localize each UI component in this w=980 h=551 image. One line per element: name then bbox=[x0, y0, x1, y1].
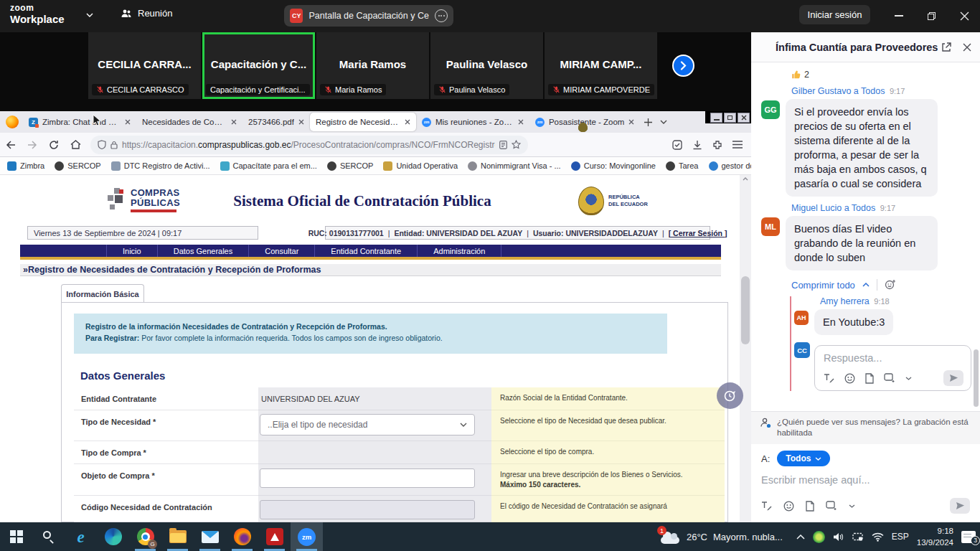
emoji-icon[interactable] bbox=[844, 373, 855, 384]
acrobat-icon[interactable] bbox=[258, 522, 291, 551]
shield-icon[interactable] bbox=[98, 140, 106, 149]
firefox-icon[interactable] bbox=[6, 116, 19, 128]
browser-restore-button[interactable] bbox=[724, 113, 736, 123]
send-to-selector[interactable]: Todos bbox=[777, 451, 830, 466]
forward-icon[interactable] bbox=[22, 135, 43, 155]
chevron-up-icon[interactable] bbox=[862, 283, 870, 287]
firefox-taskbar-icon[interactable] bbox=[226, 522, 258, 551]
file-explorer-icon[interactable] bbox=[161, 522, 194, 551]
signin-button[interactable]: Iniciar sesión bbox=[799, 5, 870, 24]
lock-icon[interactable] bbox=[110, 141, 118, 149]
emoji-icon[interactable] bbox=[783, 501, 794, 512]
logout-link[interactable]: [ Cerrar Sesión ] bbox=[669, 229, 727, 237]
close-tab-icon[interactable] bbox=[628, 119, 634, 125]
mail-icon[interactable] bbox=[194, 522, 226, 551]
bookmark-sercop[interactable]: SERCOP bbox=[55, 161, 100, 171]
menu-item-inicio[interactable]: Inicio bbox=[106, 245, 157, 257]
bookmark-sercop-2[interactable]: SERCOP bbox=[327, 161, 373, 171]
menu-item-administracion[interactable]: Administración bbox=[417, 245, 501, 257]
keyboard-language[interactable]: ESP bbox=[892, 532, 909, 542]
edge-icon[interactable] bbox=[97, 522, 129, 551]
close-tab-icon[interactable] bbox=[125, 119, 131, 125]
restore-button[interactable] bbox=[924, 9, 938, 23]
main-composer[interactable] bbox=[751, 469, 980, 486]
collapse-link[interactable]: Comprimir todo bbox=[791, 280, 855, 291]
extensions-icon[interactable] bbox=[712, 140, 722, 150]
bookmark-unidad-operativa[interactable]: Unidad Operativa bbox=[383, 161, 458, 171]
minimize-button[interactable] bbox=[892, 9, 906, 23]
tab-registro-active[interactable]: Registro de Necesidades bbox=[310, 113, 416, 131]
close-button[interactable] bbox=[957, 9, 971, 23]
send-reply-button[interactable] bbox=[943, 370, 963, 386]
antivirus-tray-icon[interactable] bbox=[813, 531, 825, 543]
chrome-icon[interactable]: G bbox=[129, 522, 161, 551]
tab-necesidades[interactable]: Necesidades de Contrata bbox=[136, 113, 242, 131]
objeto-compra-input[interactable] bbox=[260, 468, 475, 488]
video-tile[interactable]: Paulina Velasco Paulina Velasco bbox=[430, 32, 543, 99]
close-tab-icon[interactable] bbox=[518, 119, 524, 125]
bookmark-star-icon[interactable] bbox=[512, 140, 521, 149]
tray-expand-icon[interactable] bbox=[796, 534, 805, 540]
video-tile-active-speaker[interactable]: Capacitación y C... Capacitación y Certi… bbox=[202, 32, 315, 99]
close-tab-icon[interactable] bbox=[405, 119, 410, 125]
new-tab-button[interactable] bbox=[640, 114, 656, 130]
volume-icon[interactable] bbox=[833, 532, 844, 542]
message-bubble[interactable]: Buenos días El video grabando de la reun… bbox=[786, 216, 938, 270]
tipo-necesidad-select[interactable]: ..Elija el tipo de necesidad bbox=[260, 414, 475, 435]
downloads-icon[interactable] bbox=[692, 140, 702, 150]
browser-close-button[interactable] bbox=[738, 113, 750, 123]
home-icon[interactable] bbox=[65, 135, 86, 155]
close-tab-icon[interactable] bbox=[298, 119, 304, 125]
floating-timer-widget[interactable] bbox=[717, 382, 743, 409]
video-tile[interactable]: Maria Ramos Maria Ramos bbox=[316, 32, 429, 99]
reaction-chip[interactable]: 2 bbox=[791, 70, 971, 80]
file-icon[interactable] bbox=[806, 501, 814, 512]
bookmark-tarea[interactable]: Tarea bbox=[666, 161, 699, 171]
screenshot-icon[interactable] bbox=[884, 373, 895, 383]
start-button[interactable] bbox=[0, 522, 32, 551]
taskbar-clock[interactable]: 9:18 13/9/2024 bbox=[917, 525, 953, 548]
tab-meeting[interactable]: Reunión bbox=[121, 8, 172, 19]
reload-icon[interactable] bbox=[43, 135, 65, 155]
cast-icon[interactable] bbox=[852, 532, 864, 542]
screenshot-icon[interactable] bbox=[826, 501, 837, 511]
tab-list-button[interactable] bbox=[656, 114, 672, 130]
format-icon[interactable] bbox=[761, 501, 772, 511]
internet-explorer-icon[interactable]: e bbox=[65, 522, 97, 551]
sender-name[interactable]: Gilber Gustavo bbox=[791, 86, 851, 96]
reader-view-icon[interactable] bbox=[499, 141, 507, 149]
bookmark-movingonline[interactable]: Curso: Movingonline bbox=[571, 161, 656, 171]
action-center-icon[interactable]: 3 bbox=[961, 531, 976, 543]
menu-hamburger-icon[interactable] bbox=[732, 141, 743, 149]
next-participants-button[interactable] bbox=[672, 55, 694, 77]
browser-minimize-button[interactable] bbox=[710, 113, 722, 123]
close-tab-icon[interactable] bbox=[231, 119, 237, 125]
sender-name[interactable]: Amy herrera bbox=[820, 296, 870, 306]
send-message-button[interactable] bbox=[950, 498, 970, 514]
format-icon[interactable] bbox=[824, 373, 834, 383]
wifi-icon[interactable] bbox=[872, 532, 884, 542]
chat-scrollbar-thumb[interactable] bbox=[974, 349, 979, 407]
tab-zimbra[interactable]: Z Zimbra: Chat and Video bbox=[23, 113, 136, 131]
message-bubble[interactable]: En Youtube:3 bbox=[814, 309, 893, 335]
chevron-down-icon[interactable] bbox=[905, 377, 912, 380]
bookmark-capacitate[interactable]: Capacítate para el em... bbox=[220, 161, 317, 171]
more-options-icon[interactable] bbox=[435, 9, 448, 22]
zoom-taskbar-icon[interactable]: zm bbox=[291, 522, 323, 551]
menu-item-datos-generales[interactable]: Datos Generales bbox=[157, 245, 249, 257]
reply-composer[interactable] bbox=[814, 345, 971, 391]
page-scrollbar[interactable] bbox=[740, 175, 751, 522]
shared-screen-pill[interactable]: CY Pantalla de Capacitación y Certif bbox=[284, 5, 453, 27]
bookmark-zimbra[interactable]: Zimbra bbox=[7, 161, 44, 171]
address-bar[interactable]: https://capacitacion.compraspublicas.gob… bbox=[90, 136, 528, 154]
menu-item-entidad-contratante[interactable]: Entidad Contratante bbox=[314, 245, 417, 257]
message-bubble[interactable]: Si el proveedor envía los precios de su … bbox=[786, 99, 938, 197]
back-icon[interactable] bbox=[0, 135, 22, 155]
tab-pdf[interactable]: 2573466.pdf bbox=[242, 113, 310, 131]
taskbar-search-button[interactable] bbox=[32, 522, 65, 551]
menu-item-consultar[interactable]: Consultar bbox=[248, 245, 314, 257]
sender-name[interactable]: Miguel Lucio bbox=[791, 203, 842, 213]
bookmark-nonimmigrant[interactable]: Nonimmigrant Visa - ... bbox=[468, 161, 561, 171]
chevron-down-icon[interactable] bbox=[849, 504, 855, 508]
video-tile[interactable]: CECILIA CARRA... CECILIA CARRASCO bbox=[88, 32, 201, 99]
